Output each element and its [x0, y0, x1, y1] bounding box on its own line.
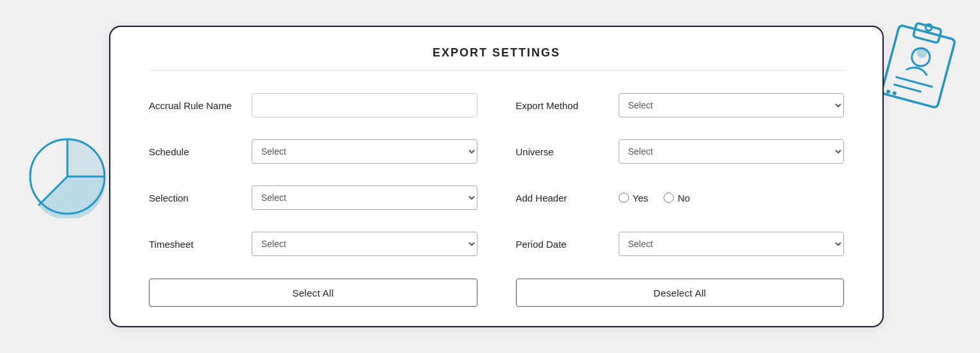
add-header-yes-text: Yes	[633, 193, 648, 203]
timesheet-row: Timesheet Select	[149, 227, 477, 261]
schedule-select[interactable]: Select	[252, 139, 477, 164]
accrual-rule-row: Accrual Rule Name	[149, 89, 477, 122]
form-grid: Accrual Rule Name Schedule Select	[149, 89, 844, 273]
universe-row: Universe Select	[516, 135, 845, 168]
add-header-no-text: No	[678, 193, 690, 203]
selection-control: Select	[252, 185, 477, 210]
period-date-row: Period Date Select	[516, 227, 845, 261]
svg-line-10	[893, 85, 921, 92]
deselect-all-button[interactable]: Deselect All	[516, 279, 845, 307]
right-column: Export Method Select Universe Select	[516, 89, 845, 273]
universe-control: Select	[619, 139, 845, 164]
add-header-no-label[interactable]: No	[664, 193, 690, 203]
export-method-select[interactable]: Select	[619, 93, 845, 117]
add-header-yes-label[interactable]: Yes	[619, 193, 648, 203]
buttons-row: Select All Deselect All	[149, 279, 844, 307]
selection-select[interactable]: Select	[252, 185, 477, 210]
svg-line-9	[895, 77, 933, 87]
selection-label: Selection	[149, 193, 252, 203]
timesheet-control: Select	[252, 232, 477, 256]
clipboard-decoration	[884, 13, 961, 116]
period-date-select[interactable]: Select	[619, 232, 845, 256]
export-method-row: Export Method Select	[516, 89, 845, 122]
timesheet-select[interactable]: Select	[252, 232, 477, 256]
universe-label: Universe	[516, 146, 619, 157]
add-header-yes-radio[interactable]	[619, 193, 629, 203]
main-card: EXPORT SETTINGS Accrual Rule Name Schedu…	[109, 26, 884, 327]
accrual-rule-label: Accrual Rule Name	[149, 100, 252, 111]
schedule-label: Schedule	[149, 146, 252, 157]
add-header-row: Add Header Yes No	[516, 181, 845, 214]
accrual-rule-input[interactable]	[252, 93, 477, 117]
select-all-container: Select All	[149, 279, 477, 307]
svg-point-11	[886, 89, 890, 94]
timesheet-label: Timesheet	[149, 239, 252, 250]
add-header-no-radio[interactable]	[664, 193, 674, 203]
period-date-label: Period Date	[516, 239, 619, 250]
left-column: Accrual Rule Name Schedule Select	[149, 89, 477, 273]
select-all-button[interactable]: Select All	[149, 279, 477, 307]
schedule-control: Select	[252, 139, 477, 164]
export-method-control: Select	[619, 93, 845, 117]
svg-point-12	[892, 91, 897, 96]
add-header-control: Yes No	[619, 193, 845, 203]
pie-chart-decoration	[26, 135, 109, 218]
page-title: EXPORT SETTINGS	[149, 46, 844, 71]
svg-point-6	[925, 24, 933, 31]
universe-select[interactable]: Select	[619, 139, 845, 164]
schedule-row: Schedule Select	[149, 135, 477, 168]
deselect-all-container: Deselect All	[516, 279, 845, 307]
add-header-radio-group: Yes No	[619, 193, 845, 203]
selection-row: Selection Select	[149, 181, 477, 214]
scene: EXPORT SETTINGS Accrual Rule Name Schedu…	[0, 0, 980, 353]
accrual-rule-control	[252, 93, 477, 117]
export-method-label: Export Method	[516, 100, 619, 111]
period-date-control: Select	[619, 232, 845, 256]
add-header-label: Add Header	[516, 193, 619, 203]
